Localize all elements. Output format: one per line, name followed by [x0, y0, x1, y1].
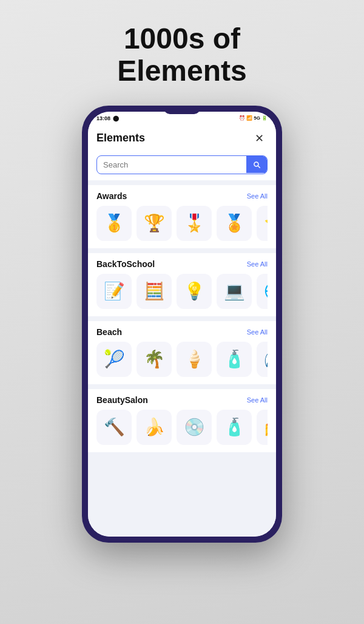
headline: 1000s of Elements [117, 23, 246, 87]
search-icon [252, 160, 261, 169]
section-header-awards: AwardsSee All [96, 191, 268, 201]
section-title-beach: Beach [96, 327, 122, 337]
see-all-beauty-salon[interactable]: See All [247, 396, 268, 404]
icon-item-back-to-school-1[interactable]: 🧮 [136, 274, 172, 309]
search-input[interactable] [97, 156, 246, 174]
section-header-beauty-salon: BeautySalonSee All [96, 395, 268, 405]
icon-row-back-to-school: 📝🧮💡💻🌐 [96, 274, 268, 309]
icon-item-awards-0[interactable]: 🥇 [96, 206, 132, 241]
section-beach: BeachSee All🎾🌴🍦🧴🌊 [88, 321, 276, 384]
app-title: Elements [96, 132, 145, 144]
icon-item-beauty-salon-2[interactable]: 💿 [177, 410, 212, 445]
section-title-back-to-school: BackToSchool [96, 259, 155, 269]
icon-item-awards-1[interactable]: 🏆 [136, 206, 172, 241]
phone-screen: 13:08 ⬤ ⏰ 📶 5G 🔋 Elements ✕ [88, 112, 276, 537]
search-input-wrap [96, 155, 268, 174]
icon-row-beach: 🎾🌴🍦🧴🌊 [96, 342, 268, 377]
icon-item-beauty-salon-0[interactable]: 🔨 [96, 410, 132, 445]
icon-item-beach-1[interactable]: 🌴 [136, 342, 172, 377]
icon-item-beach-4[interactable]: 🌊 [257, 342, 268, 377]
icon-item-awards-3[interactable]: 🏅 [217, 206, 252, 241]
section-title-awards: Awards [96, 191, 127, 201]
app-header: Elements ✕ [88, 124, 276, 152]
icon-row-beauty-salon: 🔨🍌💿🧴💅 [96, 410, 268, 445]
see-all-back-to-school[interactable]: See All [247, 260, 268, 268]
battery-icon: 🔋 [261, 115, 268, 121]
alarm-icon: ⏰ [239, 115, 245, 121]
phone-frame: 13:08 ⬤ ⏰ 📶 5G 🔋 Elements ✕ [82, 106, 282, 543]
scroll-content[interactable]: AwardsSee All🥇🏆🎖️🏅⭐BackToSchoolSee All📝🧮… [88, 180, 276, 537]
see-all-beach[interactable]: See All [247, 328, 268, 336]
status-bar-right: ⏰ 📶 5G 🔋 [239, 115, 268, 121]
status-time: 13:08 [96, 115, 110, 121]
icon-item-beauty-salon-1[interactable]: 🍌 [136, 410, 172, 445]
search-bar-container [88, 152, 276, 180]
icon-item-back-to-school-4[interactable]: 🌐 [257, 274, 268, 309]
phone-notch [164, 106, 200, 114]
close-button[interactable]: ✕ [251, 130, 268, 147]
icon-item-beauty-salon-4[interactable]: 💅 [257, 410, 268, 445]
status-skype-icon: ⬤ [113, 115, 119, 121]
icon-item-back-to-school-0[interactable]: 📝 [96, 274, 132, 309]
see-all-awards[interactable]: See All [247, 192, 268, 200]
section-title-beauty-salon: BeautySalon [96, 395, 148, 405]
headline-line2: Elements [117, 55, 246, 87]
icon-item-awards-4[interactable]: ⭐ [257, 206, 268, 241]
icon-item-back-to-school-3[interactable]: 💻 [217, 274, 252, 309]
icon-item-beach-0[interactable]: 🎾 [96, 342, 132, 377]
icon-item-awards-2[interactable]: 🎖️ [177, 206, 212, 241]
icon-item-back-to-school-2[interactable]: 💡 [177, 274, 212, 309]
section-header-beach: BeachSee All [96, 327, 268, 337]
signal-icon: 5G [254, 115, 260, 121]
section-beauty-salon: BeautySalonSee All🔨🍌💿🧴💅 [88, 389, 276, 452]
icon-row-awards: 🥇🏆🎖️🏅⭐ [96, 206, 268, 241]
wifi-icon: 📶 [246, 115, 252, 121]
status-bar-left: 13:08 ⬤ [96, 115, 119, 121]
section-awards: AwardsSee All🥇🏆🎖️🏅⭐ [88, 185, 276, 248]
icon-item-beach-2[interactable]: 🍦 [177, 342, 212, 377]
section-back-to-school: BackToSchoolSee All📝🧮💡💻🌐 [88, 253, 276, 316]
section-header-back-to-school: BackToSchoolSee All [96, 259, 268, 269]
icon-item-beach-3[interactable]: 🧴 [217, 342, 252, 377]
headline-line1: 1000s of [124, 22, 240, 55]
search-button[interactable] [246, 156, 267, 173]
icon-item-beauty-salon-3[interactable]: 🧴 [217, 410, 252, 445]
